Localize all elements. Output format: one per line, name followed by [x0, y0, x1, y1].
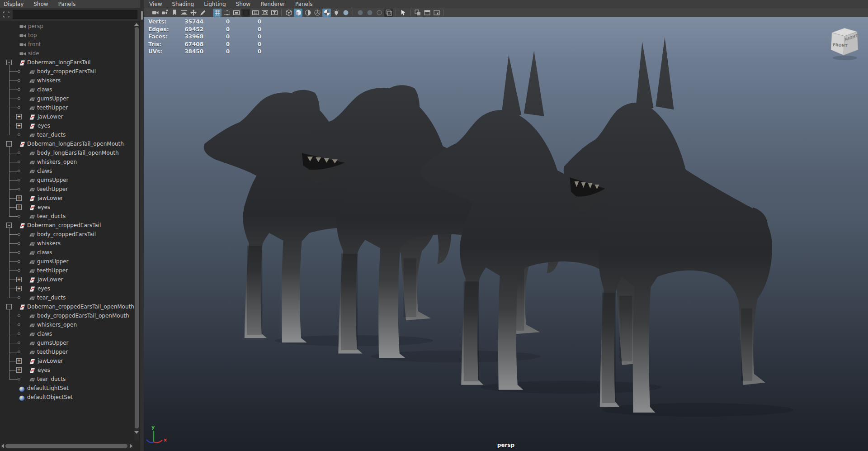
object-selection-icon[interactable]	[399, 9, 407, 17]
grease-pencil-icon[interactable]	[198, 9, 207, 17]
safe-action-icon[interactable]	[260, 9, 269, 17]
outliner-search-input[interactable]	[13, 10, 137, 19]
doberman-models-render[interactable]	[144, 17, 868, 451]
tree-item-tear_ducts[interactable]: tear_ducts	[0, 130, 134, 139]
tree-item-teethUpper[interactable]: teethUpper	[0, 103, 134, 112]
tree-item-tear_ducts[interactable]: tear_ducts	[0, 375, 134, 384]
tree-item-Doberman_croppedEarsTail[interactable]: -Doberman_croppedEarsTail	[0, 221, 134, 230]
tree-item-claws[interactable]: claws	[0, 248, 134, 257]
viewport-menu-view[interactable]: View	[149, 1, 162, 7]
tree-item-tear_ducts[interactable]: tear_ducts	[0, 293, 134, 302]
scroll-right-icon[interactable]	[130, 444, 132, 448]
tree-item-tear_ducts[interactable]: tear_ducts	[0, 212, 134, 221]
collapse-expander[interactable]: -	[6, 223, 12, 228]
viewport-menu-renderer[interactable]: Renderer	[260, 1, 285, 7]
tree-item-Doberman_croppedEarsTail_openMouth[interactable]: -Doberman_croppedEarsTail_openMouth	[0, 302, 134, 311]
tree-item-eyes[interactable]: +eyes	[0, 366, 134, 375]
tree-item-defaultObjectSet[interactable]: defaultObjectSet	[0, 393, 134, 402]
tree-item-gumsUpper[interactable]: gumsUpper	[0, 94, 134, 103]
panel-divider[interactable]	[140, 0, 144, 451]
expand-expander[interactable]: +	[16, 286, 22, 291]
tree-item-teethUpper[interactable]: teethUpper	[0, 266, 134, 275]
tree-item-gumsUpper[interactable]: gumsUpper	[0, 176, 134, 185]
expand-expander[interactable]: +	[16, 114, 22, 119]
tree-item-jawLower[interactable]: +jawLower	[0, 356, 134, 366]
tree-item-whiskers[interactable]: whiskers	[0, 239, 134, 248]
image-plane-icon[interactable]	[179, 9, 188, 17]
filter-icon[interactable]	[3, 11, 10, 18]
tree-item-eyes[interactable]: +eyes	[0, 203, 134, 212]
film-gate-icon[interactable]	[222, 9, 231, 17]
tree-item-defaultLightSet[interactable]: defaultLightSet	[0, 384, 134, 393]
shadows-icon[interactable]	[322, 9, 331, 17]
tree-item-top[interactable]: top	[0, 31, 134, 40]
collapse-expander[interactable]: -	[6, 304, 12, 309]
viewport-menu-lighting[interactable]: Lighting	[204, 1, 226, 7]
expand-expander[interactable]: +	[16, 195, 22, 201]
tree-item-Doberman_longEarsTail[interactable]: -Doberman_longEarsTail	[0, 58, 134, 67]
tree-item-jawLower[interactable]: +jawLower	[0, 275, 134, 284]
select-camera-icon[interactable]	[151, 9, 160, 17]
expand-expander[interactable]: +	[16, 204, 22, 210]
tree-item-persp[interactable]: persp	[0, 22, 134, 31]
tree-item-jawLower[interactable]: +jawLower	[0, 194, 134, 203]
tree-item-whiskers_open[interactable]: whiskers_open	[0, 157, 134, 166]
scroll-left-icon[interactable]	[1, 444, 4, 448]
outliner-menu-panels[interactable]: Panels	[58, 1, 76, 7]
gamma-icon[interactable]	[365, 9, 374, 17]
bookmark-icon[interactable]	[170, 9, 179, 17]
tree-item-gumsUpper[interactable]: gumsUpper	[0, 338, 134, 347]
field-chart-icon[interactable]	[251, 9, 259, 17]
tree-item-front[interactable]: front	[0, 40, 134, 49]
tree-item-gumsUpper[interactable]: gumsUpper	[0, 257, 134, 266]
collapse-expander[interactable]: -	[6, 60, 12, 65]
tree-item-eyes[interactable]: +eyes	[0, 121, 134, 130]
tree-item-side[interactable]: side	[0, 49, 134, 58]
occlusion-icon[interactable]	[332, 9, 340, 17]
tree-item-claws[interactable]: claws	[0, 166, 134, 176]
wireframe-icon[interactable]	[284, 9, 293, 17]
scroll-up-icon[interactable]	[134, 23, 139, 26]
viewport-menu-shading[interactable]: Shading	[172, 1, 194, 7]
outliner-horizontal-scrollbar[interactable]	[1, 443, 133, 449]
tree-item-jawLower[interactable]: +jawLower	[0, 112, 134, 121]
snapshot-icon[interactable]	[432, 9, 441, 17]
viewport-menu-show[interactable]: Show	[236, 1, 250, 7]
scroll-down-icon[interactable]	[134, 431, 139, 434]
two-d-pan-zoom-icon[interactable]	[189, 9, 198, 17]
vertical-scroll-thumb[interactable]	[135, 27, 139, 428]
outliner-menu-show[interactable]: Show	[33, 1, 48, 7]
exposure-icon[interactable]	[356, 9, 364, 17]
tree-item-claws[interactable]: claws	[0, 85, 134, 94]
use-all-lights-icon[interactable]	[313, 9, 321, 17]
outliner-vertical-scrollbar[interactable]	[134, 22, 139, 440]
tear-off-copy-icon[interactable]	[413, 9, 422, 17]
tree-item-whiskers_open[interactable]: whiskers_open	[0, 320, 134, 329]
tree-item-body_croppedEarsTail[interactable]: body_croppedEarsTail	[0, 230, 134, 239]
gate-mask-icon[interactable]	[241, 9, 250, 17]
tree-item-body_croppedEarsTail[interactable]: body_croppedEarsTail	[0, 67, 134, 76]
tree-item-body_croppedEarsTail_openMouth[interactable]: body_croppedEarsTail_openMouth	[0, 311, 134, 320]
horizontal-scroll-thumb[interactable]	[5, 444, 127, 448]
viewport-canvas[interactable]: Verts:3574400Edges:6945200Faces:3396800T…	[144, 17, 868, 451]
tree-item-body_longEarsTail_openMouth[interactable]: body_longEarsTail_openMouth	[0, 148, 134, 157]
safe-title-icon[interactable]	[270, 9, 278, 17]
tree-item-eyes[interactable]: +eyes	[0, 284, 134, 293]
view-transform-icon[interactable]	[375, 9, 383, 17]
viewport-menu-panels[interactable]: Panels	[295, 1, 313, 7]
camera-attributes-icon[interactable]	[160, 9, 169, 17]
tree-item-whiskers[interactable]: whiskers	[0, 76, 134, 85]
tear-off-icon[interactable]	[423, 9, 431, 17]
view-cube[interactable]: FRONT RIGHT	[827, 25, 863, 62]
smooth-shade-icon[interactable]	[294, 9, 302, 17]
expand-expander[interactable]: +	[16, 123, 22, 128]
tree-item-teethUpper[interactable]: teethUpper	[0, 185, 134, 194]
motion-blur-icon[interactable]	[341, 9, 350, 17]
collapse-expander[interactable]: -	[6, 141, 12, 147]
resolution-gate-icon[interactable]	[232, 9, 241, 17]
tree-item-teethUpper[interactable]: teethUpper	[0, 347, 134, 356]
textured-icon[interactable]	[303, 9, 312, 17]
outliner-menu-display[interactable]: Display	[4, 1, 24, 7]
color-management-icon[interactable]	[384, 9, 393, 17]
divider-grip-handle[interactable]	[141, 11, 143, 20]
